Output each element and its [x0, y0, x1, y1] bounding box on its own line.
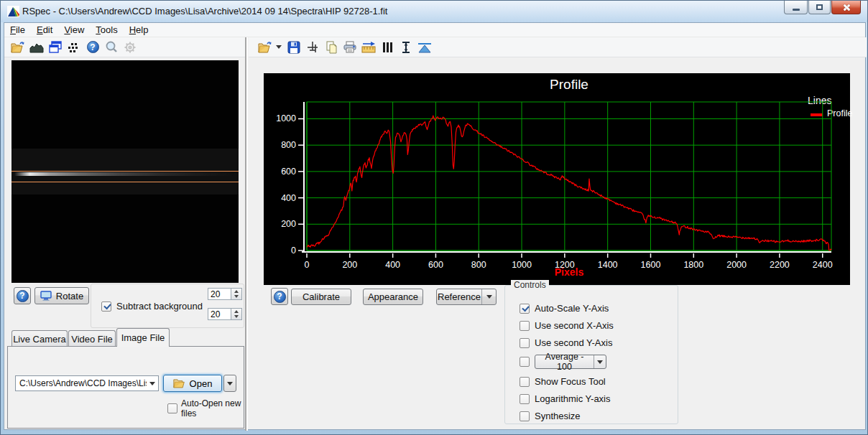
cascade-windows-icon[interactable] [47, 39, 63, 55]
menu-help[interactable]: Help [124, 23, 154, 37]
window-title: RSpec - C:\Users\Andrew\CCD Images\Lisa\… [22, 6, 387, 17]
auto-open-checkbox[interactable] [167, 403, 177, 413]
svg-text:200: 200 [342, 260, 357, 270]
chevron-down-icon [227, 382, 233, 385]
close-button[interactable] [831, 1, 861, 14]
background-fit-icon[interactable] [417, 39, 433, 55]
chevron-down-icon[interactable] [594, 355, 606, 368]
rotate-label: Rotate [56, 291, 83, 301]
settings-gear-icon[interactable] [122, 39, 138, 55]
logarithmic-y-checkbox[interactable] [520, 394, 530, 404]
help-icon[interactable]: ? [85, 39, 101, 55]
save-icon[interactable] [286, 39, 302, 55]
controls-group: Controls Auto-Scale Y-Axis Use second X-… [504, 285, 678, 424]
crop-origin-icon[interactable] [305, 39, 320, 55]
image-help-button[interactable]: ? [14, 287, 31, 304]
minimize-icon [793, 9, 800, 11]
second-y-axis-checkbox[interactable] [520, 338, 530, 348]
autoscale-y-checkbox[interactable] [520, 304, 530, 314]
open-dropdown-caret-icon[interactable] [276, 45, 282, 49]
vertical-scale-icon[interactable] [398, 39, 414, 55]
profile-chart[interactable]: Profile Lines Profile Pixels 02004006008… [264, 73, 850, 285]
appearance-button[interactable]: Appearance [363, 289, 423, 305]
average-checkbox[interactable] [520, 357, 530, 367]
subtract-background-label: Subtract background [116, 301, 203, 312]
menu-file[interactable]: File [4, 23, 31, 37]
minimize-button[interactable] [784, 1, 808, 14]
spectrum-trace [14, 172, 234, 176]
profile-plot[interactable]: 0200400600800100002004006008001000120014… [264, 73, 850, 285]
svg-text:800: 800 [471, 260, 486, 270]
background-upper-spinner[interactable] [231, 288, 242, 300]
synthesize-label: Synthesize [535, 411, 581, 421]
show-focus-tool-label: Show Focus Tool [535, 376, 606, 387]
svg-text:1800: 1800 [683, 260, 703, 270]
svg-text:400: 400 [385, 260, 400, 270]
tab-live-camera[interactable]: Live Camera [11, 330, 68, 347]
ccd-image-preview[interactable] [11, 60, 239, 283]
folder-icon [173, 378, 185, 388]
background-lower-input[interactable] [208, 308, 231, 320]
second-x-axis-checkbox[interactable] [520, 321, 530, 331]
reference-label: Reference [437, 291, 481, 302]
svg-text:1400: 1400 [598, 260, 618, 270]
help-icon: ? [17, 290, 29, 302]
print-icon[interactable] [342, 39, 358, 55]
svg-text:600: 600 [428, 260, 443, 270]
combo-dropdown-icon[interactable] [147, 382, 158, 385]
average-dropdown-value: Average - 100 [535, 352, 594, 372]
svg-text:1600: 1600 [641, 260, 661, 270]
rotate-button[interactable]: Rotate [34, 287, 89, 304]
open-button[interactable]: Open [163, 375, 222, 392]
calibrate-button[interactable]: Calibrate [291, 289, 351, 305]
tile-grid-icon[interactable] [66, 39, 82, 55]
reference-dropdown-button[interactable] [481, 289, 496, 304]
svg-text:600: 600 [281, 167, 296, 177]
synthesize-checkbox[interactable] [520, 411, 530, 421]
titlebar[interactable]: RSpec - C:\Users\Andrew\CCD Images\Lisa\… [1, 1, 867, 22]
svg-text:400: 400 [281, 193, 296, 203]
zoom-icon[interactable] [103, 39, 119, 55]
app-client-area: File Edit View Tools Help ? [4, 22, 866, 430]
right-toolbar [249, 37, 867, 57]
help-icon: ? [274, 291, 286, 303]
left-toolbar: ? [4, 37, 245, 57]
menu-bar: File Edit View Tools Help [4, 23, 865, 37]
open-file-icon[interactable] [10, 39, 26, 55]
close-icon [842, 4, 850, 11]
app-logo-icon [7, 6, 19, 17]
open-profile-icon[interactable] [257, 39, 273, 55]
svg-text:2400: 2400 [813, 260, 833, 270]
svg-text:1000: 1000 [276, 113, 296, 123]
svg-text:0: 0 [291, 245, 296, 256]
tab-image-file[interactable]: Image File [116, 328, 170, 347]
subtract-background-checkbox[interactable] [101, 301, 111, 312]
tab-video-file[interactable]: Video File [68, 330, 116, 347]
open-label: Open [190, 378, 213, 389]
selection-line-bottom[interactable] [11, 182, 239, 182]
subtract-background-group: Subtract background [91, 284, 244, 328]
reference-button[interactable]: Reference [436, 289, 497, 305]
svg-text:800: 800 [281, 140, 296, 150]
panel-splitter[interactable] [245, 37, 248, 431]
menu-edit[interactable]: Edit [31, 23, 58, 37]
background-upper-input[interactable] [208, 288, 231, 300]
open-options-button[interactable] [223, 375, 236, 392]
second-y-axis-label: Use second Y-Axis [535, 337, 612, 348]
average-dropdown[interactable]: Average - 100 [535, 355, 606, 369]
histogram-icon[interactable] [29, 39, 45, 55]
chart-help-button[interactable]: ? [271, 288, 288, 305]
show-focus-tool-checkbox[interactable] [520, 377, 530, 387]
background-lower-spinner[interactable] [231, 308, 242, 320]
logarithmic-y-label: Logarithmic Y-axis [535, 393, 611, 404]
restore-button[interactable] [808, 1, 831, 14]
menu-view[interactable]: View [58, 23, 90, 37]
selection-line-top[interactable] [11, 171, 239, 172]
element-lines-icon[interactable] [379, 39, 395, 55]
file-path-value: C:\Users\Andrew\CCD Images\Lisa [16, 378, 147, 388]
auto-open-label: Auto-Open new files [181, 398, 244, 418]
calibrate-ruler-icon[interactable] [361, 39, 377, 55]
file-path-combobox[interactable]: C:\Users\Andrew\CCD Images\Lisa [15, 375, 159, 391]
copy-icon[interactable] [323, 39, 339, 55]
menu-tools[interactable]: Tools [90, 23, 123, 37]
